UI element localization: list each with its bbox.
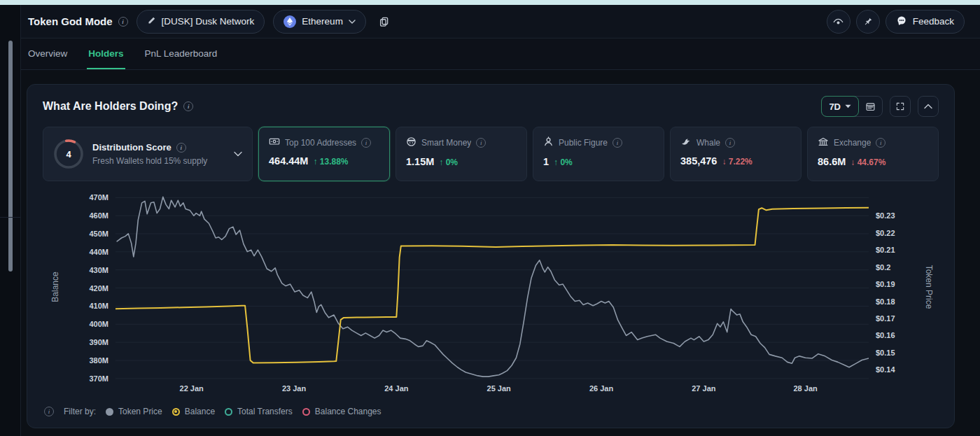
feedback-label: Feedback (913, 16, 954, 27)
info-icon[interactable]: i (361, 138, 371, 148)
y-tick-label: 420M (89, 284, 108, 293)
stat-card-change: ↑ 0% (554, 157, 573, 167)
y-tick-label: $0.15 (876, 349, 895, 357)
y-tick-label: $0.16 (876, 331, 895, 339)
chain-select-button[interactable]: Ethereum (273, 10, 366, 34)
stat-card-whale[interactable]: Whale i 385,476 ↓ 7.22% (670, 127, 802, 181)
distribution-gauge: 4 (53, 139, 84, 169)
stat-card-change: ↓ 7.22% (722, 157, 752, 167)
legend-item-balance[interactable]: Balance (172, 407, 215, 416)
pin-icon (862, 16, 873, 27)
total-transfers-marker-icon (225, 408, 232, 416)
x-tick-label: 22 Jan (180, 384, 204, 393)
info-icon[interactable]: i (876, 138, 886, 148)
x-tick-label: 25 Jan (487, 384, 511, 393)
distribution-score-value: 4 (53, 139, 84, 169)
legend-item-total-transfers[interactable]: Total Transfers (225, 407, 293, 416)
info-icon[interactable]: i (476, 138, 486, 148)
y-tick-label: 460M (89, 211, 108, 220)
tab-holders[interactable]: Holders (87, 38, 125, 69)
feedback-button[interactable]: Feedback (886, 10, 965, 34)
chart-canvas[interactable] (115, 192, 869, 381)
stat-card-top-100-addresses[interactable]: Top 100 Addresses i 464.44M ↑ 13.88% (258, 127, 390, 181)
page-title: Token God Mode i (28, 15, 128, 27)
filter-by-label: Filter by: (64, 407, 96, 416)
holders-chart[interactable]: Balance Token Price 470M460M450M440M430M… (43, 192, 939, 397)
info-icon[interactable]: i (612, 138, 622, 148)
fullscreen-icon (895, 101, 905, 111)
public-figure-icon (543, 136, 554, 149)
distribution-score-subtitle: Fresh Wallets hold 15% supply (92, 156, 225, 166)
calendar-button[interactable] (858, 97, 882, 116)
range-value: 7D (829, 101, 841, 112)
collapse-button[interactable] (918, 96, 939, 117)
y-tick-label: 400M (89, 320, 108, 328)
tab-overview[interactable]: Overview (27, 38, 69, 69)
y-tick-label: $0.19 (876, 280, 895, 288)
token-price-marker-icon (106, 408, 113, 416)
y-tick-label: $0.14 (876, 365, 895, 374)
legend-item-token-price[interactable]: Token Price (106, 407, 162, 416)
stat-card-exchange[interactable]: Exchange i 86.6M ↓ 44.67% (807, 127, 939, 181)
whale-icon (680, 136, 692, 148)
stat-card-label: Exchange (834, 138, 871, 148)
balance-marker-icon (172, 408, 180, 416)
top-accent-strip (0, 0, 980, 5)
ninja-mask-icon (406, 136, 416, 149)
y-tick-label: 450M (89, 230, 108, 238)
stat-card-value: 464.44M (269, 155, 308, 167)
copy-address-button[interactable] (374, 12, 394, 31)
distribution-score-card[interactable]: 4 Distribution Score i Fresh Wallets hol… (43, 127, 253, 181)
x-tick-label: 26 Jan (589, 384, 613, 393)
stat-card-value: 385,476 (680, 155, 717, 167)
token-select-label: [DUSK] Dusk Network (162, 16, 255, 27)
info-icon[interactable]: i (176, 143, 186, 153)
chevron-down-icon (349, 20, 356, 24)
stat-card-label: Public Figure (559, 138, 608, 148)
chevron-down-icon[interactable] (234, 151, 242, 157)
chart-filter-legend: i Filter by: Token Price Balance Total T… (43, 407, 939, 416)
y-tick-label: 440M (89, 248, 108, 256)
holders-panel: What Are Holders Doing? i 7D (27, 84, 955, 428)
stat-card-label: Whale (696, 138, 720, 148)
y-axis-label-token-price: Token Price (924, 265, 934, 309)
eye-icon (832, 16, 844, 27)
pin-button[interactable] (856, 10, 880, 34)
y-tick-label: $0.2 (876, 263, 890, 272)
chat-icon (896, 15, 907, 28)
stat-card-public-figure[interactable]: Public Figure i 1 ↑ 0% (533, 127, 664, 181)
info-icon[interactable]: i (44, 407, 54, 416)
left-rail (0, 5, 21, 436)
chevron-down-icon (845, 104, 851, 108)
stat-card-change: ↑ 0% (439, 157, 458, 167)
info-icon[interactable]: i (725, 138, 735, 148)
stat-card-value: 86.6M (818, 156, 846, 167)
stat-card-change: ↓ 44.67% (850, 157, 886, 167)
stat-card-label: Top 100 Addresses (285, 138, 356, 148)
y-tick-label: $0.22 (876, 229, 895, 237)
stat-card-smart-money[interactable]: Smart Money i 1.15M ↑ 0% (396, 127, 527, 181)
y-tick-label: 470M (89, 193, 108, 202)
panel-title: What Are Holders Doing? i (43, 100, 193, 113)
y-tick-label: $0.17 (876, 314, 895, 323)
vertical-scrollbar[interactable] (8, 41, 13, 272)
y-tick-label: $0.21 (876, 246, 895, 254)
stat-card-change: ↑ 13.88% (313, 157, 348, 167)
fullscreen-button[interactable] (890, 96, 911, 117)
x-axis-ticks: 22 Jan23 Jan24 Jan25 Jan26 Jan27 Jan28 J… (115, 384, 869, 397)
y-tick-label: $0.23 (876, 211, 895, 220)
chevron-up-icon (924, 104, 932, 109)
legend-item-balance-changes[interactable]: Balance Changes (302, 407, 382, 416)
tab-pnl-leaderboard[interactable]: PnL Leaderboard (144, 38, 219, 69)
y-tick-label: 410M (89, 302, 108, 310)
token-select-button[interactable]: [DUSK] Dusk Network (136, 10, 265, 34)
range-dropdown[interactable]: 7D (821, 96, 859, 117)
info-icon[interactable]: i (118, 17, 128, 27)
banknote-icon (269, 136, 280, 148)
y-tick-label: 390M (89, 338, 108, 346)
calendar-icon (865, 101, 876, 112)
watch-button[interactable] (827, 10, 850, 34)
distribution-score-title: Distribution Score i (92, 142, 225, 153)
info-icon[interactable]: i (183, 101, 193, 111)
x-tick-label: 27 Jan (692, 384, 715, 393)
